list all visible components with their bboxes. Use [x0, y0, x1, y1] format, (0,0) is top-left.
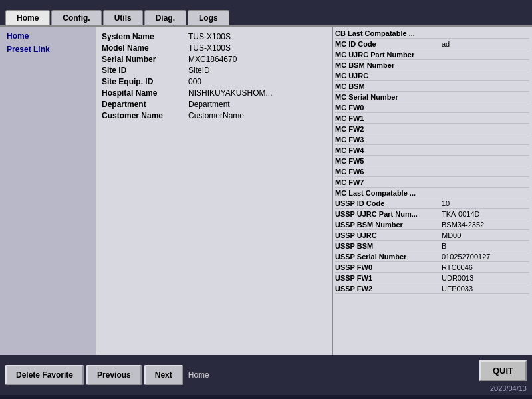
right-value: UEP0033 — [442, 285, 529, 293]
right-row: USSP BSMB — [335, 242, 529, 251]
right-row: MC FW1 — [335, 114, 529, 124]
info-row: Site Equip. ID000 — [102, 77, 327, 86]
info-label: Customer Name — [102, 111, 188, 120]
right-label: MC FW5 — [335, 157, 442, 165]
tab-utils[interactable]: Utils — [103, 10, 143, 25]
right-row: MC Last Compatable ... — [335, 189, 529, 198]
right-row: USSP Serial Number010252700127 — [335, 253, 529, 262]
right-label: USSP FW1 — [335, 274, 442, 282]
tab-config[interactable]: Config. — [51, 10, 101, 25]
right-row: MC BSM Number — [335, 61, 529, 70]
right-value — [442, 93, 529, 101]
right-value — [442, 146, 529, 154]
right-label: MC FW7 — [335, 178, 442, 186]
main-area: Home Preset Link System NameTUS-X100SMod… — [0, 25, 532, 355]
right-value: TKA-0014D — [442, 210, 529, 218]
info-value: NISHIKUYAKUSHOM... — [188, 88, 327, 98]
right-label: USSP BSM Number — [335, 221, 442, 229]
right-label: CB Last Compatable ... — [335, 29, 442, 37]
right-row: MC FW0 — [335, 104, 529, 113]
right-value — [442, 72, 529, 80]
right-value: ad — [442, 40, 529, 48]
right-label: USSP ID Code — [335, 200, 442, 207]
right-value: MD00 — [442, 231, 529, 239]
right-label: USSP UJRC Part Num... — [335, 210, 442, 218]
right-label: MC BSM Number — [335, 61, 442, 69]
right-value — [442, 114, 529, 122]
right-value — [442, 136, 529, 144]
previous-button[interactable]: Previous — [86, 365, 142, 385]
right-value: RTC0046 — [442, 263, 529, 271]
right-value: UDR0013 — [442, 274, 529, 282]
right-row: MC UJRC Part Number — [335, 51, 529, 60]
right-label: USSP BSM — [335, 242, 442, 250]
tab-home[interactable]: Home — [5, 10, 50, 25]
info-value: 000 — [188, 77, 327, 86]
right-value — [442, 51, 529, 59]
right-label: USSP FW2 — [335, 285, 442, 293]
right-value: 10 — [442, 200, 529, 207]
right-label: MC FW2 — [335, 125, 442, 133]
info-label: Serial Number — [102, 55, 188, 64]
right-row: USSP UJRCMD00 — [335, 231, 529, 241]
right-label: USSP Serial Number — [335, 253, 442, 261]
info-label: Site ID — [102, 66, 188, 75]
right-label: MC BSM — [335, 82, 442, 90]
right-row: MC Serial Number — [335, 93, 529, 102]
tab-logs[interactable]: Logs — [188, 10, 229, 25]
info-row: Site IDSiteID — [102, 66, 327, 75]
center-panel: System NameTUS-X100SModel NameTUS-X100SS… — [96, 27, 332, 355]
quit-button[interactable]: QUIT — [479, 360, 527, 381]
right-value: 010252700127 — [442, 253, 529, 261]
right-row: MC FW7 — [335, 178, 529, 188]
right-value — [442, 189, 529, 197]
right-row: USSP FW1UDR0013 — [335, 274, 529, 283]
right-value — [442, 178, 529, 186]
info-row: System NameTUS-X100S — [102, 32, 327, 41]
next-button[interactable]: Next — [144, 365, 183, 385]
right-row: MC FW4 — [335, 146, 529, 156]
info-value: TUS-X100S — [188, 43, 327, 53]
info-label: Site Equip. ID — [102, 77, 188, 86]
info-label: Hospital Name — [102, 88, 188, 98]
right-label: MC FW4 — [335, 146, 442, 154]
info-value: SiteID — [188, 66, 327, 75]
right-value — [442, 168, 529, 176]
tab-diag[interactable]: Diag. — [144, 10, 186, 25]
sidebar-item-preset-link[interactable]: Preset Link — [3, 43, 93, 56]
right-row: MC FW5 — [335, 157, 529, 166]
info-row: Model NameTUS-X100S — [102, 43, 327, 53]
right-row: CB Last Compatable ... — [335, 29, 529, 39]
info-label: Model Name — [102, 43, 188, 53]
right-label: MC ID Code — [335, 40, 442, 48]
info-value: MXC1864670 — [188, 55, 327, 64]
right-label: USSP FW0 — [335, 263, 442, 271]
right-label: MC UJRC — [335, 72, 442, 80]
right-row: MC FW2 — [335, 125, 529, 134]
right-label: MC Serial Number — [335, 93, 442, 101]
delete-favorite-button[interactable]: Delete Favorite — [5, 365, 84, 385]
sidebar: Home Preset Link — [0, 27, 96, 355]
right-label: MC FW6 — [335, 168, 442, 176]
info-label: Department — [102, 100, 188, 109]
right-value — [442, 29, 529, 37]
info-value: Department — [188, 100, 327, 109]
right-row: USSP BSM NumberBSM34-2352 — [335, 221, 529, 230]
right-label: MC FW1 — [335, 114, 442, 122]
right-panel-content[interactable]: CB Last Compatable ...MC ID CodeadMC UJR… — [332, 27, 532, 355]
right-value: BSM34-2352 — [442, 221, 529, 229]
right-value — [442, 61, 529, 69]
right-row: USSP ID Code10 — [335, 200, 529, 209]
datetime-label: 2023/04/13 — [490, 384, 527, 392]
right-value — [442, 82, 529, 90]
right-panel: CB Last Compatable ...MC ID CodeadMC UJR… — [332, 27, 532, 355]
right-row: MC FW6 — [335, 168, 529, 177]
right-row: MC ID Codead — [335, 40, 529, 49]
right-row: MC UJRC — [335, 72, 529, 81]
right-label: USSP UJRC — [335, 231, 442, 239]
sidebar-item-home[interactable]: Home — [3, 29, 93, 43]
right-label: MC FW0 — [335, 104, 442, 112]
nav-bar: Home Config. Utils Diag. Logs — [0, 0, 532, 25]
right-value — [442, 157, 529, 165]
right-row: USSP FW2UEP0033 — [335, 285, 529, 294]
